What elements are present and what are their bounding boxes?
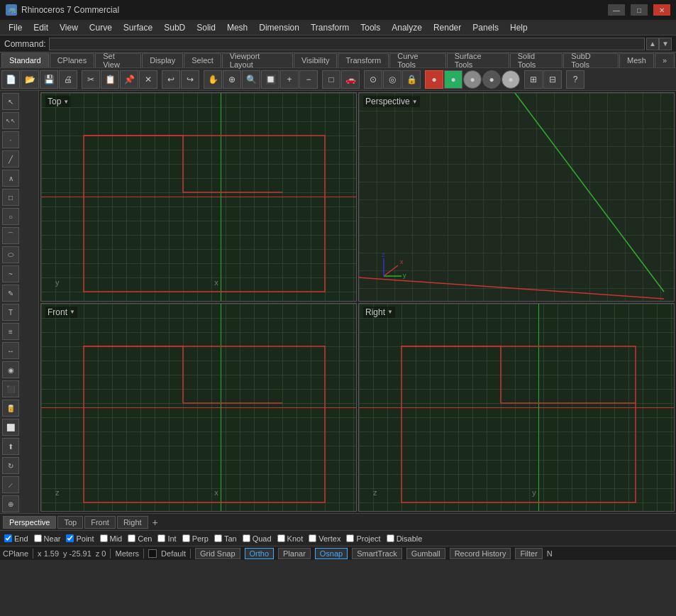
record-history-button[interactable]: Record History <box>450 548 511 559</box>
snap-icon[interactable]: ⊙ <box>364 70 382 89</box>
new-icon[interactable]: 📄 <box>1 70 20 89</box>
menu-analyze[interactable]: Analyze <box>386 21 428 34</box>
status-tab-perspective[interactable]: Perspective <box>3 516 56 529</box>
status-tab-top[interactable]: Top <box>57 516 83 529</box>
maximize-button[interactable]: □ <box>631 4 648 16</box>
sphere-tool[interactable]: ◉ <box>2 361 19 378</box>
add-viewport-button[interactable]: + <box>150 517 161 528</box>
snap-mid[interactable]: Mid <box>100 534 123 543</box>
menu-tools[interactable]: Tools <box>355 21 386 34</box>
filter-button[interactable]: Filter <box>515 548 542 559</box>
gumball-button[interactable]: Gumball <box>406 548 445 559</box>
zoom-out-icon[interactable]: − <box>299 70 318 89</box>
menu-dimension[interactable]: Dimension <box>253 21 305 34</box>
menu-file[interactable]: File <box>3 21 28 34</box>
tab-transform[interactable]: Transform <box>338 53 389 67</box>
ortho-button[interactable]: Ortho <box>245 548 275 559</box>
cyl-tool[interactable]: 🥫 <box>2 400 19 417</box>
smarttrack-button[interactable]: SmartTrack <box>352 548 401 559</box>
mat4-icon[interactable]: ● <box>482 70 501 89</box>
surface-tool[interactable]: ⬜ <box>2 419 19 436</box>
viewport-front[interactable]: Front ▼ z x <box>40 303 357 512</box>
menu-edit[interactable]: Edit <box>28 21 54 34</box>
viewport-top[interactable]: Top ▼ y x <box>40 92 357 302</box>
tab-solid-tools[interactable]: Solid Tools <box>510 53 563 67</box>
menu-panels[interactable]: Panels <box>467 21 504 34</box>
circle-tool[interactable]: ○ <box>2 208 19 225</box>
tab-mesh[interactable]: Mesh <box>619 53 654 67</box>
snap2-icon[interactable]: ◎ <box>383 70 401 89</box>
grid-snap-button[interactable]: Grid Snap <box>195 548 240 559</box>
viewport-right[interactable]: Right ▼ z y <box>358 303 675 512</box>
undo-icon[interactable]: ↩ <box>162 70 180 89</box>
mat1-icon[interactable]: ● <box>425 70 443 89</box>
ellipse-tool[interactable]: ⬭ <box>2 246 19 263</box>
arc-tool[interactable]: ⌒ <box>2 227 19 244</box>
close-button[interactable]: ✕ <box>653 4 670 16</box>
redo-icon[interactable]: ↪ <box>181 70 199 89</box>
mat5-icon[interactable]: ● <box>502 70 520 89</box>
tab-subd-tools[interactable]: SubD Tools <box>563 53 619 67</box>
tab-standard[interactable]: Standard <box>1 53 49 67</box>
menu-render[interactable]: Render <box>428 21 467 34</box>
status-tab-right[interactable]: Right <box>117 516 148 529</box>
snap-point[interactable]: Point <box>66 534 94 543</box>
tab-visibility[interactable]: Visibility <box>294 53 338 67</box>
zoom-win-icon[interactable]: 🔲 <box>261 70 279 89</box>
command-scroll-down[interactable]: ▼ <box>659 38 672 50</box>
snap-disable[interactable]: Disable <box>387 534 423 543</box>
boolean-tool[interactable]: ⊕ <box>2 495 19 512</box>
top-dropdown-arrow[interactable]: ▼ <box>63 99 69 105</box>
grid-icon[interactable]: ⊞ <box>524 70 543 89</box>
tab-viewport-layout[interactable]: Viewport Layout <box>222 53 293 67</box>
text-tool[interactable]: T <box>2 304 19 321</box>
command-input[interactable] <box>49 38 645 50</box>
revolve-tool[interactable]: ↻ <box>2 457 19 474</box>
snap-int[interactable]: Int <box>157 534 176 543</box>
status-tab-front[interactable]: Front <box>84 516 116 529</box>
pan-icon[interactable]: ✋ <box>204 70 222 89</box>
menu-view[interactable]: View <box>54 21 84 34</box>
tab-select[interactable]: Select <box>184 53 221 67</box>
polyline-tool[interactable]: ∧ <box>2 170 19 187</box>
dim-tool[interactable]: ↔ <box>2 342 19 359</box>
window-controls[interactable]: — □ ✕ <box>608 4 670 16</box>
snap-vertex[interactable]: Vertex <box>309 534 340 543</box>
front-dropdown-arrow[interactable]: ▼ <box>70 309 75 315</box>
help-icon[interactable]: ? <box>566 70 584 89</box>
command-scroll-up[interactable]: ▲ <box>646 38 659 50</box>
lock-icon[interactable]: 🔒 <box>402 70 421 89</box>
box-icon[interactable]: □ <box>322 70 340 89</box>
layout-icon[interactable]: ⊟ <box>543 70 562 89</box>
loft-tool[interactable]: ⟋ <box>2 476 19 493</box>
tab-setview[interactable]: Set View <box>95 53 141 67</box>
perspective-dropdown-arrow[interactable]: ▼ <box>412 99 418 105</box>
box-tool[interactable]: ⬛ <box>2 380 19 397</box>
snap-cen[interactable]: Cen <box>128 534 152 543</box>
right-dropdown-arrow[interactable]: ▼ <box>387 309 393 315</box>
mat2-icon[interactable]: ● <box>444 70 462 89</box>
car-icon[interactable]: 🚗 <box>341 70 360 89</box>
planar-button[interactable]: Planar <box>278 548 311 559</box>
snap-near[interactable]: Near <box>34 534 61 543</box>
paste-icon[interactable]: 📌 <box>120 70 138 89</box>
rect-tool[interactable]: □ <box>2 189 19 206</box>
freeform-tool[interactable]: ✎ <box>2 285 19 302</box>
copy-icon[interactable]: 📋 <box>101 70 119 89</box>
tab-more[interactable]: » <box>655 53 675 67</box>
print-icon[interactable]: 🖨 <box>59 70 77 89</box>
osnap-button[interactable]: Osnap <box>315 548 348 559</box>
cut-icon[interactable]: ✂ <box>82 70 100 89</box>
tab-display[interactable]: Display <box>142 53 183 67</box>
menu-curve[interactable]: Curve <box>84 21 118 34</box>
menu-mesh[interactable]: Mesh <box>221 21 253 34</box>
point-tool[interactable]: · <box>2 131 19 148</box>
zoom-sel-icon[interactable]: 🔍 <box>242 70 260 89</box>
zoom-ext-icon[interactable]: ⊕ <box>223 70 241 89</box>
viewport-perspective[interactable]: x y z Perspective ▼ <box>358 92 675 302</box>
hatch-tool[interactable]: ≡ <box>2 323 19 340</box>
delete-icon[interactable]: ✕ <box>139 70 157 89</box>
menu-subd[interactable]: SubD <box>158 21 191 34</box>
menu-solid[interactable]: Solid <box>191 21 221 34</box>
mat3-icon[interactable]: ● <box>463 70 482 89</box>
